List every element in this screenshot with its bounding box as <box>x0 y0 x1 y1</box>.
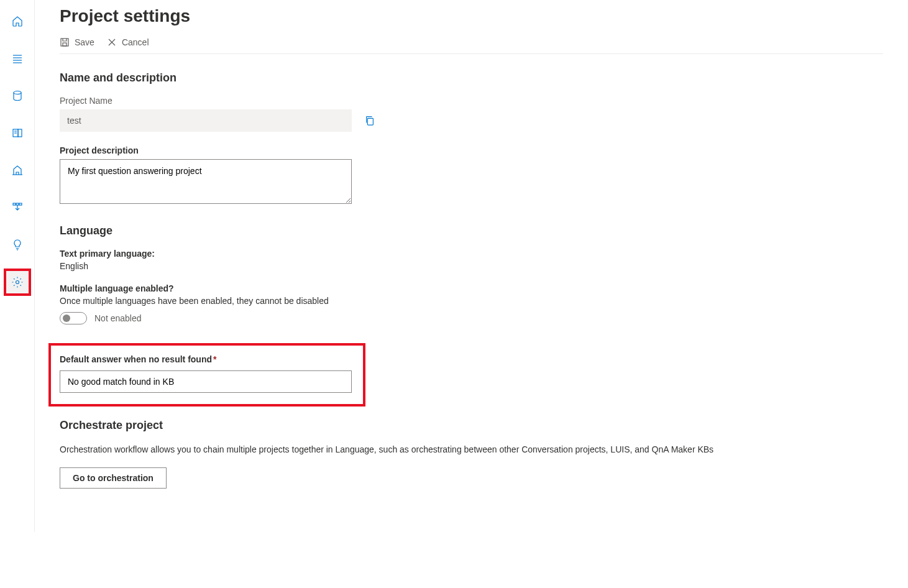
section-orchestrate: Orchestrate project Orchestration workfl… <box>60 419 883 489</box>
cancel-button[interactable]: Cancel <box>107 37 149 47</box>
sidebar <box>0 0 35 532</box>
project-name-label: Project Name <box>60 96 883 106</box>
primary-language-value: English <box>60 261 883 271</box>
save-label: Save <box>75 37 94 47</box>
close-icon <box>107 37 117 47</box>
nav-home[interactable] <box>5 9 30 34</box>
toggle-label: Not enabled <box>94 313 142 323</box>
copy-icon <box>364 115 375 126</box>
nav-settings[interactable] <box>5 270 30 295</box>
toggle-knob <box>63 315 70 322</box>
database-icon <box>11 90 24 102</box>
lightbulb-icon <box>11 239 24 251</box>
nav-database[interactable] <box>5 83 30 108</box>
section-name-desc: Name and description Project Name Projec… <box>60 71 883 206</box>
primary-language-label: Text primary language: <box>60 249 883 259</box>
main-content: Project settings Save Cancel Name and de… <box>35 0 908 532</box>
svg-rect-10 <box>13 203 16 205</box>
section-title-orchestrate: Orchestrate project <box>60 419 883 432</box>
orchestrate-desc: Orchestration workflow allows you to cha… <box>60 443 883 456</box>
nav-list[interactable] <box>5 46 30 71</box>
list-icon <box>11 52 24 65</box>
save-icon <box>60 37 70 47</box>
cancel-label: Cancel <box>122 37 149 47</box>
default-answer-highlight: Default answer when no result found* <box>48 343 365 407</box>
default-answer-label: Default answer when no result found* <box>60 354 354 364</box>
nav-suggestions[interactable] <box>5 232 30 257</box>
section-language: Language Text primary language: English … <box>60 224 883 324</box>
gear-icon <box>11 276 24 288</box>
toolbar: Save Cancel <box>60 37 883 54</box>
save-button[interactable]: Save <box>60 37 94 47</box>
section-title-name-desc: Name and description <box>60 71 883 85</box>
project-name-input[interactable] <box>60 109 352 132</box>
svg-rect-17 <box>61 39 68 46</box>
copy-project-name-button[interactable] <box>364 115 375 126</box>
building-icon <box>11 164 24 177</box>
nav-kb[interactable] <box>5 121 30 145</box>
flow-icon <box>11 201 24 214</box>
go-to-orchestration-button[interactable]: Go to orchestration <box>60 467 167 489</box>
svg-rect-21 <box>367 118 373 125</box>
multi-language-label: Multiple language enabled? <box>60 283 883 293</box>
default-answer-input[interactable] <box>60 370 352 393</box>
page-title: Project settings <box>60 6 883 26</box>
required-asterisk: * <box>213 354 216 364</box>
svg-rect-12 <box>16 203 19 205</box>
multi-language-toggle[interactable] <box>60 312 87 324</box>
svg-rect-6 <box>18 129 22 137</box>
nav-flow[interactable] <box>5 195 30 220</box>
project-desc-textarea[interactable]: My first question answering project <box>60 159 352 204</box>
project-desc-label: Project description <box>60 145 883 155</box>
kb-icon <box>11 127 24 139</box>
svg-point-16 <box>16 281 19 284</box>
multi-language-hint: Once multiple languages have been enable… <box>60 296 883 306</box>
nav-deploy[interactable] <box>5 158 30 183</box>
svg-rect-18 <box>63 43 66 46</box>
section-title-language: Language <box>60 224 883 237</box>
svg-rect-11 <box>19 203 22 205</box>
home-icon <box>11 15 24 27</box>
svg-point-4 <box>14 91 21 94</box>
